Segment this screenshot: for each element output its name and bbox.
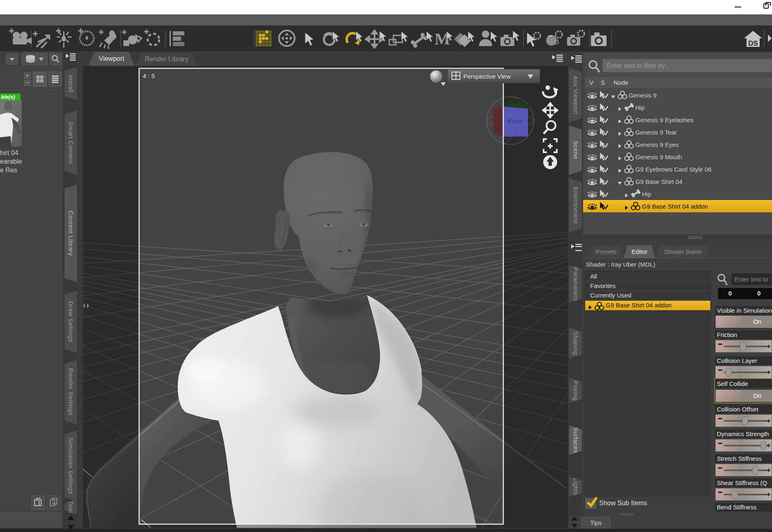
svg-text:4 : 5: 4 : 5 [143, 72, 155, 79]
svg-text:Front: Front [508, 118, 523, 125]
svg-text:DS: DS [748, 39, 758, 47]
svg-text:Perspective View: Perspective View [463, 73, 511, 80]
